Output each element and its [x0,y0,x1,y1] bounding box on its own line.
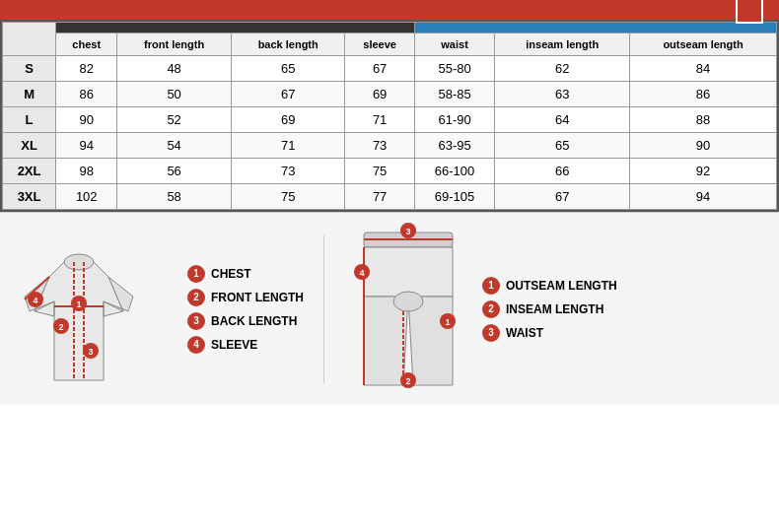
legend-label: CHEST [211,267,251,281]
table-cell: 63 [495,82,630,107]
table-cell: 67 [231,82,345,107]
table-cell: 69 [231,107,345,133]
table-cell: 86 [56,82,117,107]
size-column-header [3,23,56,56]
table-row: 2XL9856737566-1006692 [3,159,777,184]
table-cell: 3XL [3,184,56,210]
pants-diagram: 3 1 2 4 [344,223,472,395]
jersey-legend: 1 CHEST 2 FRONT LENGTH 3 BACK LENGTH 4 S… [187,265,304,354]
svg-point-15 [393,292,423,311]
svg-point-0 [64,254,94,270]
table-cell: 94 [630,184,777,210]
col-header: inseam length [495,33,630,56]
svg-text:2: 2 [58,322,63,332]
legend-number: 3 [187,312,205,330]
legend-number: 1 [482,277,500,295]
table-cell: M [3,82,56,107]
table-row: XL9454717363-956590 [3,133,777,159]
legend-label: SLEEVE [211,338,257,352]
table-cell: 71 [231,133,345,159]
next-arrow[interactable] [736,0,763,24]
svg-rect-14 [364,247,453,297]
legend-number: 2 [187,289,205,306]
table-cell: 98 [56,159,117,184]
svg-text:2: 2 [405,376,410,386]
jersey-diagram: 1 2 3 4 [20,223,177,395]
table-cell: 67 [495,184,630,210]
legend-label: FRONT LENGTH [211,291,304,304]
svg-text:3: 3 [405,227,410,236]
legend-item: 1 CHEST [187,265,304,283]
table-cell: 67 [345,56,414,82]
col-header: outseam length [630,33,777,56]
legend-number: 3 [482,324,500,342]
divider [323,235,324,383]
table-cell: S [3,56,56,82]
table-cell: 54 [117,133,232,159]
svg-text:4: 4 [359,268,364,278]
col-header: sleeve [345,33,414,56]
table-cell: 77 [345,184,414,210]
table-cell: 64 [495,107,630,133]
svg-text:1: 1 [76,299,81,309]
legend-item: 3 BACK LENGTH [187,312,304,330]
table-cell: 88 [630,107,777,133]
table-cell: L [3,107,56,133]
legend-label: BACK LENGTH [211,314,297,328]
table-cell: 48 [117,56,232,82]
col-header: chest [56,33,117,56]
table-cell: XL [3,133,56,159]
svg-text:3: 3 [88,347,93,357]
table-cell: 55-80 [414,56,495,82]
legend-item: 3 WAIST [482,324,617,342]
table-cell: 75 [231,184,345,210]
diagram-section: 1 2 3 4 1 CHEST 2 FRONT LENGTH 3 BACK LE… [0,212,779,405]
table-cell: 66-100 [414,159,495,184]
legend-number: 4 [187,336,205,354]
svg-text:1: 1 [445,317,450,327]
page-header [0,0,779,20]
legend-item: 4 SLEEVE [187,336,304,354]
table-cell: 82 [56,56,117,82]
legend-label: WAIST [506,326,543,340]
col-header: waist [414,33,495,56]
table-cell: 61-90 [414,107,495,133]
table-cell: 50 [117,82,232,107]
table-cell: 58 [117,184,232,210]
table-cell: 65 [495,133,630,159]
table-cell: 90 [630,133,777,159]
table-cell: 73 [345,133,414,159]
legend-item: 2 FRONT LENGTH [187,289,304,306]
table-cell: 58-85 [414,82,495,107]
svg-text:4: 4 [33,296,37,305]
legend-item: 2 INSEAM LENGTH [482,300,617,318]
table-cell: 90 [56,107,117,133]
legend-label: OUTSEAM LENGTH [506,279,617,293]
table-row: S8248656755-806284 [3,56,777,82]
table-row: M8650676958-856386 [3,82,777,107]
table-cell: 92 [630,159,777,184]
table-cell: 86 [630,82,777,107]
legend-number: 1 [187,265,205,283]
table-cell: 2XL [3,159,56,184]
jersey-group-header [56,23,415,33]
pants-group-header [414,23,776,33]
table-cell: 65 [231,56,345,82]
pants-legend: 1 OUTSEAM LENGTH 2 INSEAM LENGTH 3 WAIST [482,277,617,342]
legend-number: 2 [482,300,500,318]
legend-label: INSEAM LENGTH [506,302,603,316]
table-cell: 73 [231,159,345,184]
table-cell: 94 [56,133,117,159]
table-cell: 84 [630,56,777,82]
col-header: back length [231,33,345,56]
table-cell: 62 [495,56,630,82]
size-chart-table-container: chestfront lengthback lengthsleevewaisti… [0,20,779,212]
table-cell: 52 [117,107,232,133]
table-cell: 102 [56,184,117,210]
table-cell: 69 [345,82,414,107]
table-cell: 63-95 [414,133,495,159]
table-cell: 69-105 [414,184,495,210]
table-cell: 71 [345,107,414,133]
table-row: 3XL10258757769-1056794 [3,184,777,210]
col-header: front length [117,33,232,56]
